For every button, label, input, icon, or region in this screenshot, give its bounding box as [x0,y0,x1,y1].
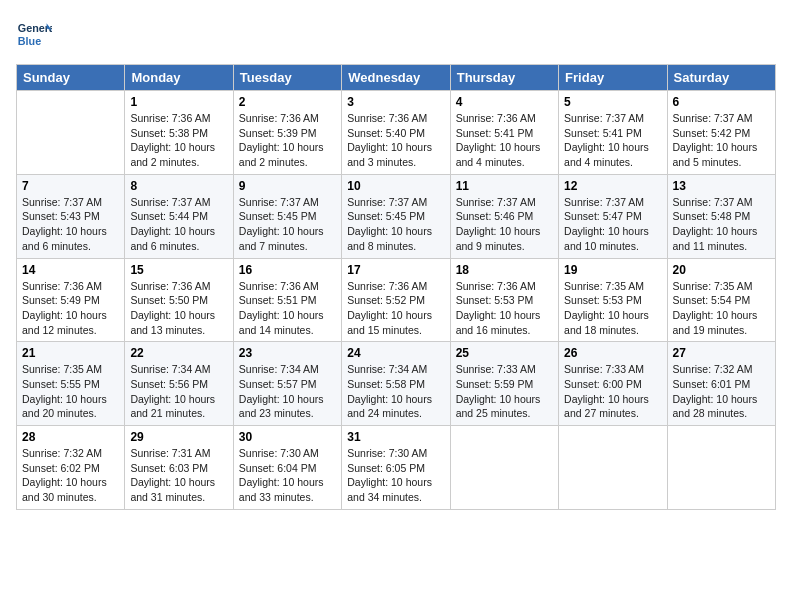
day-number: 29 [130,430,227,444]
day-number: 21 [22,346,119,360]
day-info: Sunrise: 7:37 AM Sunset: 5:41 PM Dayligh… [564,111,661,170]
logo: General Blue [16,16,56,52]
calendar-day-cell: 5Sunrise: 7:37 AM Sunset: 5:41 PM Daylig… [559,91,667,175]
day-number: 30 [239,430,336,444]
day-info: Sunrise: 7:34 AM Sunset: 5:56 PM Dayligh… [130,362,227,421]
day-info: Sunrise: 7:33 AM Sunset: 5:59 PM Dayligh… [456,362,553,421]
day-info: Sunrise: 7:37 AM Sunset: 5:45 PM Dayligh… [239,195,336,254]
calendar-day-cell: 7Sunrise: 7:37 AM Sunset: 5:43 PM Daylig… [17,174,125,258]
calendar-day-cell: 25Sunrise: 7:33 AM Sunset: 5:59 PM Dayli… [450,342,558,426]
day-info: Sunrise: 7:37 AM Sunset: 5:44 PM Dayligh… [130,195,227,254]
day-number: 25 [456,346,553,360]
day-info: Sunrise: 7:36 AM Sunset: 5:50 PM Dayligh… [130,279,227,338]
day-info: Sunrise: 7:33 AM Sunset: 6:00 PM Dayligh… [564,362,661,421]
day-info: Sunrise: 7:31 AM Sunset: 6:03 PM Dayligh… [130,446,227,505]
weekday-header-friday: Friday [559,65,667,91]
calendar-day-cell: 14Sunrise: 7:36 AM Sunset: 5:49 PM Dayli… [17,258,125,342]
day-number: 12 [564,179,661,193]
calendar-day-cell: 20Sunrise: 7:35 AM Sunset: 5:54 PM Dayli… [667,258,775,342]
day-info: Sunrise: 7:36 AM Sunset: 5:51 PM Dayligh… [239,279,336,338]
calendar-table: SundayMondayTuesdayWednesdayThursdayFrid… [16,64,776,510]
calendar-day-cell: 13Sunrise: 7:37 AM Sunset: 5:48 PM Dayli… [667,174,775,258]
weekday-header-wednesday: Wednesday [342,65,450,91]
day-number: 24 [347,346,444,360]
day-number: 16 [239,263,336,277]
weekday-header-saturday: Saturday [667,65,775,91]
calendar-day-cell: 23Sunrise: 7:34 AM Sunset: 5:57 PM Dayli… [233,342,341,426]
day-number: 13 [673,179,770,193]
day-info: Sunrise: 7:32 AM Sunset: 6:01 PM Dayligh… [673,362,770,421]
day-info: Sunrise: 7:37 AM Sunset: 5:46 PM Dayligh… [456,195,553,254]
day-number: 8 [130,179,227,193]
calendar-day-cell: 17Sunrise: 7:36 AM Sunset: 5:52 PM Dayli… [342,258,450,342]
calendar-day-cell: 18Sunrise: 7:36 AM Sunset: 5:53 PM Dayli… [450,258,558,342]
day-info: Sunrise: 7:34 AM Sunset: 5:57 PM Dayligh… [239,362,336,421]
day-number: 18 [456,263,553,277]
day-number: 3 [347,95,444,109]
calendar-day-cell: 26Sunrise: 7:33 AM Sunset: 6:00 PM Dayli… [559,342,667,426]
svg-text:Blue: Blue [18,35,41,47]
calendar-day-cell: 1Sunrise: 7:36 AM Sunset: 5:38 PM Daylig… [125,91,233,175]
calendar-day-cell: 4Sunrise: 7:36 AM Sunset: 5:41 PM Daylig… [450,91,558,175]
calendar-day-cell: 21Sunrise: 7:35 AM Sunset: 5:55 PM Dayli… [17,342,125,426]
calendar-day-cell: 2Sunrise: 7:36 AM Sunset: 5:39 PM Daylig… [233,91,341,175]
day-number: 20 [673,263,770,277]
page-header: General Blue [16,16,776,52]
day-number: 17 [347,263,444,277]
day-info: Sunrise: 7:36 AM Sunset: 5:40 PM Dayligh… [347,111,444,170]
day-info: Sunrise: 7:30 AM Sunset: 6:05 PM Dayligh… [347,446,444,505]
day-number: 26 [564,346,661,360]
calendar-day-cell: 31Sunrise: 7:30 AM Sunset: 6:05 PM Dayli… [342,426,450,510]
calendar-week-row: 1Sunrise: 7:36 AM Sunset: 5:38 PM Daylig… [17,91,776,175]
day-info: Sunrise: 7:34 AM Sunset: 5:58 PM Dayligh… [347,362,444,421]
calendar-day-cell: 24Sunrise: 7:34 AM Sunset: 5:58 PM Dayli… [342,342,450,426]
day-number: 7 [22,179,119,193]
day-number: 10 [347,179,444,193]
calendar-day-cell: 27Sunrise: 7:32 AM Sunset: 6:01 PM Dayli… [667,342,775,426]
calendar-day-cell: 22Sunrise: 7:34 AM Sunset: 5:56 PM Dayli… [125,342,233,426]
day-info: Sunrise: 7:36 AM Sunset: 5:53 PM Dayligh… [456,279,553,338]
day-number: 5 [564,95,661,109]
day-number: 19 [564,263,661,277]
calendar-day-cell [450,426,558,510]
calendar-day-cell: 8Sunrise: 7:37 AM Sunset: 5:44 PM Daylig… [125,174,233,258]
weekday-header-monday: Monday [125,65,233,91]
day-info: Sunrise: 7:35 AM Sunset: 5:54 PM Dayligh… [673,279,770,338]
calendar-day-cell: 30Sunrise: 7:30 AM Sunset: 6:04 PM Dayli… [233,426,341,510]
day-info: Sunrise: 7:37 AM Sunset: 5:43 PM Dayligh… [22,195,119,254]
calendar-week-row: 28Sunrise: 7:32 AM Sunset: 6:02 PM Dayli… [17,426,776,510]
calendar-day-cell: 28Sunrise: 7:32 AM Sunset: 6:02 PM Dayli… [17,426,125,510]
weekday-header-sunday: Sunday [17,65,125,91]
calendar-day-cell: 9Sunrise: 7:37 AM Sunset: 5:45 PM Daylig… [233,174,341,258]
calendar-week-row: 7Sunrise: 7:37 AM Sunset: 5:43 PM Daylig… [17,174,776,258]
calendar-day-cell: 29Sunrise: 7:31 AM Sunset: 6:03 PM Dayli… [125,426,233,510]
calendar-day-cell: 6Sunrise: 7:37 AM Sunset: 5:42 PM Daylig… [667,91,775,175]
day-number: 11 [456,179,553,193]
day-info: Sunrise: 7:35 AM Sunset: 5:53 PM Dayligh… [564,279,661,338]
day-info: Sunrise: 7:36 AM Sunset: 5:52 PM Dayligh… [347,279,444,338]
calendar-day-cell: 12Sunrise: 7:37 AM Sunset: 5:47 PM Dayli… [559,174,667,258]
calendar-week-row: 21Sunrise: 7:35 AM Sunset: 5:55 PM Dayli… [17,342,776,426]
day-info: Sunrise: 7:36 AM Sunset: 5:39 PM Dayligh… [239,111,336,170]
calendar-day-cell: 3Sunrise: 7:36 AM Sunset: 5:40 PM Daylig… [342,91,450,175]
day-info: Sunrise: 7:37 AM Sunset: 5:48 PM Dayligh… [673,195,770,254]
day-number: 31 [347,430,444,444]
day-number: 4 [456,95,553,109]
calendar-day-cell [559,426,667,510]
day-number: 9 [239,179,336,193]
weekday-header-thursday: Thursday [450,65,558,91]
day-number: 1 [130,95,227,109]
weekday-header-tuesday: Tuesday [233,65,341,91]
calendar-day-cell [667,426,775,510]
day-info: Sunrise: 7:36 AM Sunset: 5:38 PM Dayligh… [130,111,227,170]
day-number: 15 [130,263,227,277]
day-info: Sunrise: 7:30 AM Sunset: 6:04 PM Dayligh… [239,446,336,505]
logo-icon: General Blue [16,16,52,52]
weekday-header-row: SundayMondayTuesdayWednesdayThursdayFrid… [17,65,776,91]
day-number: 23 [239,346,336,360]
day-number: 28 [22,430,119,444]
calendar-week-row: 14Sunrise: 7:36 AM Sunset: 5:49 PM Dayli… [17,258,776,342]
day-info: Sunrise: 7:35 AM Sunset: 5:55 PM Dayligh… [22,362,119,421]
calendar-day-cell [17,91,125,175]
day-info: Sunrise: 7:37 AM Sunset: 5:42 PM Dayligh… [673,111,770,170]
